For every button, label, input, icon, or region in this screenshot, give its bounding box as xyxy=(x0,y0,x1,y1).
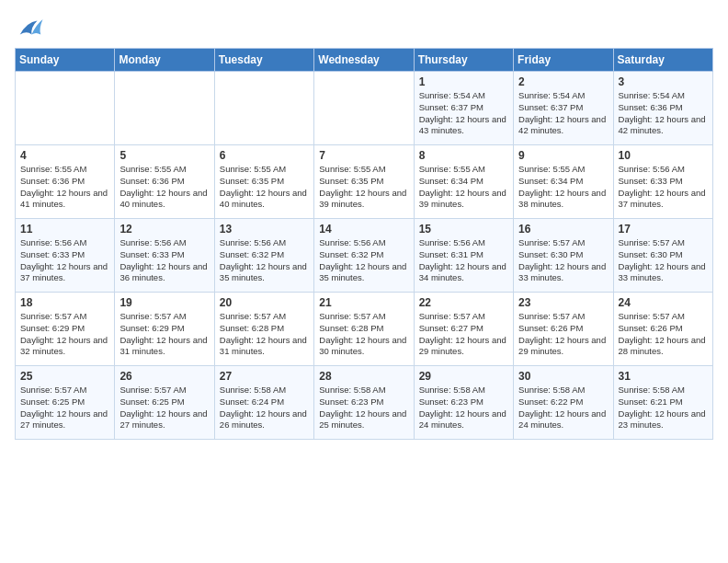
day-info-line: Sunrise: 5:56 AM xyxy=(419,237,508,249)
day-info-line: Sunset: 6:37 PM xyxy=(518,102,608,114)
calendar-day-cell: 11Sunrise: 5:56 AMSunset: 6:33 PMDayligh… xyxy=(16,219,115,293)
day-info-line: Sunset: 6:31 PM xyxy=(419,249,508,261)
day-info-line: Sunrise: 5:57 AM xyxy=(220,311,309,323)
calendar-day-cell: 13Sunrise: 5:56 AMSunset: 6:32 PMDayligh… xyxy=(214,219,313,293)
day-info-line: Sunset: 6:28 PM xyxy=(319,323,408,335)
calendar-day-cell: 31Sunrise: 5:58 AMSunset: 6:21 PMDayligh… xyxy=(613,366,712,440)
day-info-line: Sunset: 6:22 PM xyxy=(518,396,608,408)
day-info-line: Daylight: 12 hours and 30 minutes. xyxy=(319,335,408,359)
calendar-day-cell: 12Sunrise: 5:56 AMSunset: 6:33 PMDayligh… xyxy=(115,219,214,293)
calendar-day-cell: 16Sunrise: 5:57 AMSunset: 6:30 PMDayligh… xyxy=(514,219,613,293)
day-info-line: Sunrise: 5:58 AM xyxy=(518,385,608,396)
weekday-header-saturday: Saturday xyxy=(613,49,712,72)
day-info-line: Daylight: 12 hours and 35 minutes. xyxy=(220,261,309,285)
day-info-line: Sunrise: 5:56 AM xyxy=(20,237,109,249)
calendar-week-row: 4Sunrise: 5:55 AMSunset: 6:36 PMDaylight… xyxy=(16,145,713,219)
calendar-week-row: 18Sunrise: 5:57 AMSunset: 6:29 PMDayligh… xyxy=(16,293,713,366)
day-info-line: Sunrise: 5:57 AM xyxy=(518,237,608,249)
calendar-day-cell: 5Sunrise: 5:55 AMSunset: 6:36 PMDaylight… xyxy=(115,145,214,219)
calendar-table: SundayMondayTuesdayWednesdayThursdayFrid… xyxy=(15,48,713,440)
weekday-header-thursday: Thursday xyxy=(414,49,513,72)
day-number: 21 xyxy=(319,296,408,309)
day-number: 31 xyxy=(619,370,708,383)
day-info-line: Daylight: 12 hours and 23 minutes. xyxy=(619,408,708,432)
day-info-line: Daylight: 12 hours and 36 minutes. xyxy=(119,261,209,285)
day-info-line: Sunset: 6:25 PM xyxy=(20,396,109,408)
weekday-header-tuesday: Tuesday xyxy=(214,49,313,72)
day-info-line: Sunrise: 5:57 AM xyxy=(20,385,109,396)
logo xyxy=(15,15,44,40)
day-number: 18 xyxy=(20,296,109,309)
day-info-line: Sunrise: 5:57 AM xyxy=(419,311,508,323)
calendar-day-cell: 20Sunrise: 5:57 AMSunset: 6:28 PMDayligh… xyxy=(214,293,313,366)
day-number: 17 xyxy=(619,223,708,236)
calendar-day-cell: 18Sunrise: 5:57 AMSunset: 6:29 PMDayligh… xyxy=(16,293,115,366)
day-info-line: Sunset: 6:33 PM xyxy=(119,249,209,261)
day-info-line: Sunrise: 5:58 AM xyxy=(419,385,508,396)
day-number: 6 xyxy=(220,149,309,162)
day-number: 24 xyxy=(619,296,708,309)
calendar-day-cell: 25Sunrise: 5:57 AMSunset: 6:25 PMDayligh… xyxy=(16,366,115,440)
day-number: 26 xyxy=(119,370,209,383)
calendar-day-cell: 26Sunrise: 5:57 AMSunset: 6:25 PMDayligh… xyxy=(115,366,214,440)
calendar-day-cell: 14Sunrise: 5:56 AMSunset: 6:32 PMDayligh… xyxy=(314,219,414,293)
day-info-line: Sunrise: 5:58 AM xyxy=(619,385,708,396)
calendar-day-cell: 28Sunrise: 5:58 AMSunset: 6:23 PMDayligh… xyxy=(314,366,414,440)
day-info-line: Daylight: 12 hours and 37 minutes. xyxy=(20,261,109,285)
day-number: 16 xyxy=(518,223,608,236)
empty-day-cell xyxy=(214,72,313,145)
day-info-line: Sunset: 6:34 PM xyxy=(518,176,608,188)
calendar-day-cell: 21Sunrise: 5:57 AMSunset: 6:28 PMDayligh… xyxy=(314,293,414,366)
calendar-day-cell: 30Sunrise: 5:58 AMSunset: 6:22 PMDayligh… xyxy=(514,366,613,440)
day-info-line: Sunrise: 5:55 AM xyxy=(220,164,309,176)
day-info-line: Sunset: 6:29 PM xyxy=(20,323,109,335)
calendar-header-row: SundayMondayTuesdayWednesdayThursdayFrid… xyxy=(16,49,713,72)
day-info-line: Sunrise: 5:57 AM xyxy=(518,311,608,323)
day-info-line: Daylight: 12 hours and 24 minutes. xyxy=(518,408,608,432)
day-info-line: Sunrise: 5:54 AM xyxy=(518,90,608,102)
day-info-line: Daylight: 12 hours and 39 minutes. xyxy=(319,188,408,212)
day-info-line: Sunset: 6:27 PM xyxy=(419,323,508,335)
day-info-line: Sunset: 6:21 PM xyxy=(619,396,708,408)
day-number: 14 xyxy=(319,223,408,236)
day-info-line: Daylight: 12 hours and 29 minutes. xyxy=(518,335,608,359)
day-info-line: Sunset: 6:33 PM xyxy=(20,249,109,261)
day-info-line: Daylight: 12 hours and 35 minutes. xyxy=(319,261,408,285)
day-info-line: Daylight: 12 hours and 29 minutes. xyxy=(419,335,508,359)
day-number: 3 xyxy=(619,75,708,88)
day-number: 29 xyxy=(419,370,508,383)
day-info-line: Daylight: 12 hours and 42 minutes. xyxy=(518,114,608,138)
day-info-line: Sunrise: 5:54 AM xyxy=(419,90,508,102)
calendar-day-cell: 15Sunrise: 5:56 AMSunset: 6:31 PMDayligh… xyxy=(414,219,513,293)
weekday-header-friday: Friday xyxy=(514,49,613,72)
day-info-line: Daylight: 12 hours and 28 minutes. xyxy=(619,335,708,359)
day-info-line: Sunrise: 5:56 AM xyxy=(119,237,209,249)
day-info-line: Sunset: 6:25 PM xyxy=(119,396,209,408)
calendar-week-row: 25Sunrise: 5:57 AMSunset: 6:25 PMDayligh… xyxy=(16,366,713,440)
day-number: 30 xyxy=(518,370,608,383)
calendar-day-cell: 3Sunrise: 5:54 AMSunset: 6:36 PMDaylight… xyxy=(613,72,712,145)
day-number: 7 xyxy=(319,149,408,162)
calendar-week-row: 1Sunrise: 5:54 AMSunset: 6:37 PMDaylight… xyxy=(16,72,713,145)
day-info-line: Sunrise: 5:55 AM xyxy=(119,164,209,176)
day-info-line: Sunrise: 5:57 AM xyxy=(119,385,209,396)
day-info-line: Sunrise: 5:57 AM xyxy=(319,311,408,323)
day-info-line: Sunset: 6:28 PM xyxy=(220,323,309,335)
day-info-line: Daylight: 12 hours and 41 minutes. xyxy=(20,188,109,212)
day-info-line: Sunrise: 5:58 AM xyxy=(319,385,408,396)
day-info-line: Sunrise: 5:55 AM xyxy=(319,164,408,176)
calendar-day-cell: 19Sunrise: 5:57 AMSunset: 6:29 PMDayligh… xyxy=(115,293,214,366)
day-number: 28 xyxy=(319,370,408,383)
day-number: 10 xyxy=(619,149,708,162)
calendar-day-cell: 6Sunrise: 5:55 AMSunset: 6:35 PMDaylight… xyxy=(214,145,313,219)
day-info-line: Sunrise: 5:58 AM xyxy=(220,385,309,396)
day-info-line: Sunrise: 5:56 AM xyxy=(220,237,309,249)
day-info-line: Sunrise: 5:57 AM xyxy=(619,311,708,323)
calendar-day-cell: 7Sunrise: 5:55 AMSunset: 6:35 PMDaylight… xyxy=(314,145,414,219)
weekday-header-wednesday: Wednesday xyxy=(314,49,414,72)
day-info-line: Sunset: 6:30 PM xyxy=(518,249,608,261)
day-info-line: Daylight: 12 hours and 37 minutes. xyxy=(619,188,708,212)
empty-day-cell xyxy=(16,72,115,145)
day-number: 9 xyxy=(518,149,608,162)
day-info-line: Sunset: 6:30 PM xyxy=(619,249,708,261)
